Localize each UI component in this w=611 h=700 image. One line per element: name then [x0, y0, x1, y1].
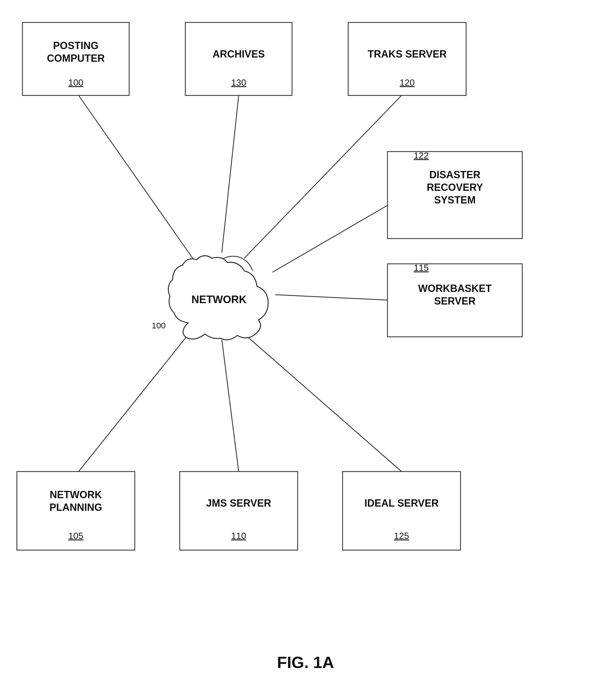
svg-line-4 — [275, 295, 393, 300]
svg-text:COMPUTER: COMPUTER — [47, 52, 105, 64]
workbasket-server-label2: SERVER — [434, 295, 475, 307]
network-planning-number: 105 — [68, 531, 83, 541]
jms-server-number: 110 — [231, 531, 246, 541]
disaster-recovery-label3: SYSTEM — [434, 194, 476, 206]
archives-number: 130 — [231, 77, 246, 88]
svg-line-0 — [79, 95, 196, 264]
svg-line-3 — [272, 202, 393, 272]
posting-computer-number: 100 — [68, 77, 83, 88]
figure-label: FIG. 1A — [277, 653, 334, 671]
archives-label: ARCHIVES — [212, 48, 265, 60]
svg-line-7 — [244, 334, 402, 472]
svg-line-2 — [244, 95, 402, 258]
network-id-label: 100 — [152, 321, 166, 330]
ideal-server-label: IDEAL SERVER — [364, 497, 439, 509]
traks-server-label: TRAKS SERVER — [368, 48, 446, 60]
jms-server-label: JMS SERVER — [206, 497, 271, 509]
disaster-recovery-label2: RECOVERY — [427, 182, 483, 193]
traks-server-number: 120 — [400, 77, 415, 88]
disaster-recovery-label1: DISASTER — [429, 169, 480, 181]
svg-line-6 — [222, 340, 239, 472]
ideal-server-number: 125 — [394, 531, 409, 541]
svg-line-1 — [222, 95, 239, 253]
workbasket-server-number: 115 — [414, 263, 429, 273]
posting-computer-label: POSTING — [53, 40, 99, 51]
svg-text:NETWORK: NETWORK — [192, 293, 247, 305]
workbasket-server-label1: WORKBASKET — [418, 283, 492, 294]
svg-line-5 — [79, 331, 191, 472]
network-planning-label2: PLANNING — [49, 502, 102, 513]
disaster-recovery-number: 122 — [414, 150, 429, 161]
network-planning-label1: NETWORK — [50, 489, 102, 500]
